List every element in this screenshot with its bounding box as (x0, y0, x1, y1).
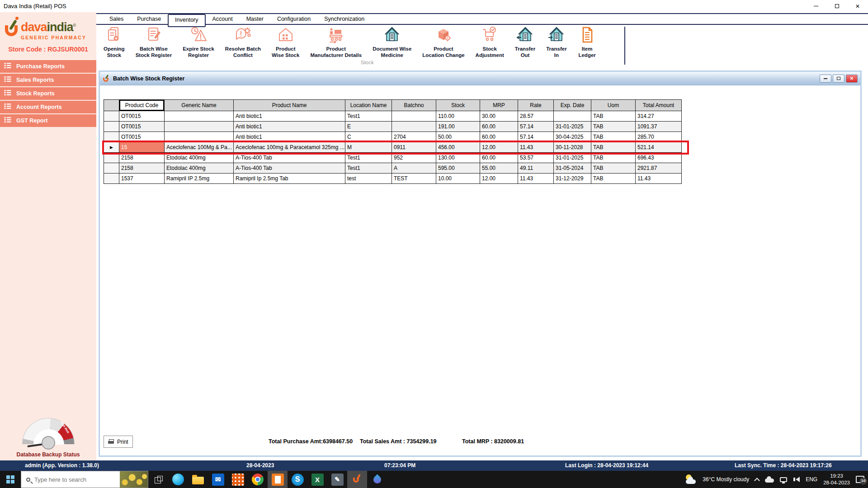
cell-mrp[interactable]: 30.00 (480, 111, 518, 122)
column-header-exp-date[interactable]: Exp. Date (554, 100, 591, 111)
cell-generic-name[interactable]: Etodolac 400mg (165, 153, 234, 163)
cell-location-name[interactable]: E (345, 122, 392, 132)
toolbar-item-product-manufacturer-details[interactable]: ProductManufacturer Details (310, 26, 362, 58)
cell-product-code[interactable]: 2158 (119, 153, 165, 163)
cell-exp-date[interactable]: 30-11-2028 (554, 142, 591, 153)
cell-exp-date[interactable]: 31-05-2024 (554, 163, 591, 174)
cell-total-amount[interactable]: 11.43 (636, 174, 682, 184)
toolbar-item-product-wise-stock[interactable]: ProductWise Stock (272, 26, 299, 58)
cell-mrp[interactable]: 60.00 (480, 153, 518, 163)
cell-product-code[interactable]: OT0015 (119, 111, 165, 122)
row-indicator[interactable] (104, 122, 119, 132)
cell-stock[interactable]: 595.00 (436, 163, 480, 174)
volume-tray-icon[interactable] (793, 477, 800, 482)
search-input[interactable] (34, 476, 107, 483)
toolbar-item-item-ledger[interactable]: ItemLedger (578, 26, 597, 58)
cell-uom[interactable]: TAB (591, 163, 636, 174)
taskbar-icon-mail[interactable]: ✉ (208, 471, 228, 488)
sidebar-item-sales-reports[interactable]: Sales Reports (0, 74, 96, 86)
cell-uom[interactable]: TAB (591, 122, 636, 132)
toolbar-item-document-wise-medicine[interactable]: Document WiseMedicine (373, 26, 411, 58)
cell-location-name[interactable]: M (345, 142, 392, 153)
cell-product-name[interactable]: Anti biotic1 (234, 122, 345, 132)
cell-mrp[interactable]: 12.00 (480, 174, 518, 184)
cell-mrp[interactable]: 12.00 (480, 142, 518, 153)
window-close-button[interactable]: ✕ (846, 75, 858, 83)
row-indicator[interactable] (104, 174, 119, 184)
toolbar-item-expire-stock-register[interactable]: Expire StockRegister (183, 26, 214, 58)
cell-batchno[interactable] (392, 111, 436, 122)
cell-generic-name[interactable] (165, 122, 234, 132)
tab-synchronization[interactable]: Synchronization (317, 14, 371, 23)
cell-exp-date[interactable]: 30-04-2025 (554, 132, 591, 142)
cell-product-name[interactable]: Anti biotic1 (234, 111, 345, 122)
cell-total-amount[interactable]: 521.14 (636, 142, 682, 153)
cell-uom[interactable]: TAB (591, 142, 636, 153)
cell-stock[interactable]: 130.00 (436, 153, 480, 163)
cell-uom[interactable]: TAB (591, 132, 636, 142)
column-header-product-name[interactable]: Product Name (234, 100, 345, 111)
row-indicator[interactable] (104, 163, 119, 174)
taskbar-icon-edge[interactable] (168, 471, 188, 488)
column-header-batchno[interactable]: Batchno (392, 100, 436, 111)
row-indicator[interactable] (104, 153, 119, 163)
column-header-location-name[interactable]: Location Name (345, 100, 392, 111)
cell-generic-name[interactable]: Aceclofenac 100Mg & Pa... (165, 142, 234, 153)
app-minimize-button[interactable] (806, 0, 826, 12)
toolbar-item-transfer-in[interactable]: TransferIn (546, 26, 566, 58)
selected-row-indicator[interactable]: ▶ (104, 142, 119, 153)
column-header-stock[interactable]: Stock (436, 100, 480, 111)
taskbar-icon-excel[interactable]: X (307, 471, 327, 488)
cell-rate[interactable]: 11.43 (518, 142, 554, 153)
cell-location-name[interactable]: Test1 (345, 153, 392, 163)
search-daily-image[interactable] (120, 471, 148, 488)
cell-stock[interactable]: 10.00 (436, 174, 480, 184)
column-header-uom[interactable]: Uom (591, 100, 636, 111)
toolbar-item-resolve-batch-conflict[interactable]: Resolve BatchConflict (225, 26, 261, 58)
cell-generic-name[interactable] (165, 132, 234, 142)
tray-expand-icon[interactable] (754, 478, 760, 483)
cell-stock[interactable]: 110.00 (436, 111, 480, 122)
cell-rate[interactable]: 57.14 (518, 132, 554, 142)
task-view-button[interactable] (155, 476, 163, 483)
column-header-total-amount[interactable]: Total Amount (636, 100, 682, 111)
cell-stock[interactable]: 191.00 (436, 122, 480, 132)
column-header-rate[interactable]: Rate (518, 100, 554, 111)
row-indicator[interactable] (104, 132, 119, 142)
cell-location-name[interactable]: test (345, 174, 392, 184)
cell-batchno[interactable]: 952 (392, 153, 436, 163)
sidebar-item-account-reports[interactable]: Account Reports (0, 101, 96, 113)
taskbar-icon-file-explorer[interactable] (188, 471, 208, 488)
column-header-generic-name[interactable]: Generic Name (165, 100, 234, 111)
tab-master[interactable]: Master (240, 14, 270, 23)
app-maximize-button[interactable] (826, 0, 847, 12)
cell-exp-date[interactable] (554, 111, 591, 122)
cell-location-name[interactable]: Test1 (345, 163, 392, 174)
cell-generic-name[interactable]: Ramipril IP 2.5mg (165, 174, 234, 184)
notification-center-icon[interactable]: 10 (856, 476, 864, 483)
toolbar-item-product-location-change[interactable]: ProductLocation Change (422, 26, 464, 58)
tab-sales[interactable]: Sales (103, 14, 130, 23)
cell-total-amount[interactable]: 2921.87 (636, 163, 682, 174)
cell-product-code[interactable]: OT0015 (119, 132, 165, 142)
cell-batchno[interactable]: 2704 (392, 132, 436, 142)
start-button[interactable] (0, 471, 21, 488)
app-close-button[interactable]: ✕ (847, 0, 868, 12)
cell-mrp[interactable]: 60.00 (480, 122, 518, 132)
taskbar-icon-chrome[interactable] (248, 471, 268, 488)
cell-product-name[interactable]: A-Tios-400 Tab (234, 153, 345, 163)
cell-product-name[interactable]: Aceclofenac 100mg & Paracetamol 325mg ..… (234, 142, 345, 153)
cell-product-name[interactable]: Ramipril Ip 2.5mg Tab (234, 174, 345, 184)
cell-generic-name[interactable]: Etodolac 400mg (165, 163, 234, 174)
cell-product-name[interactable]: Anti biotic1 (234, 132, 345, 142)
window-maximize-button[interactable] (833, 75, 844, 83)
cell-rate[interactable]: 28.57 (518, 111, 554, 122)
cell-generic-name[interactable] (165, 111, 234, 122)
sidebar-item-stock-reports[interactable]: Stock Reports (0, 87, 96, 100)
cloud-tray-icon[interactable] (765, 479, 774, 483)
cell-uom[interactable]: TAB (591, 174, 636, 184)
cell-mrp[interactable]: 55.00 (480, 163, 518, 174)
sidebar-item-gst-report[interactable]: GST Report (0, 114, 96, 127)
cell-exp-date[interactable]: 31-01-2025 (554, 122, 591, 132)
tab-configuration[interactable]: Configuration (270, 14, 317, 23)
